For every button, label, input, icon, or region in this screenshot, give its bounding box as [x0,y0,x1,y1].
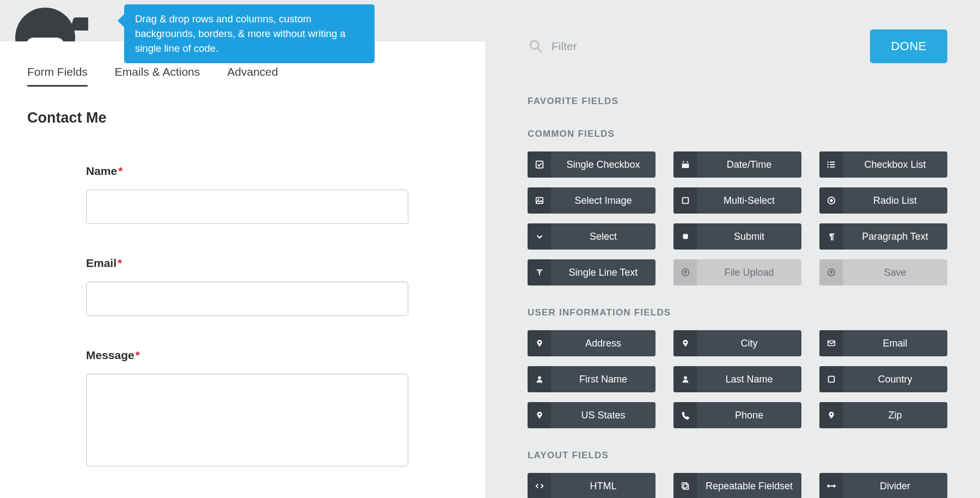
field-block-phone[interactable]: Phone [673,402,801,428]
filter-input[interactable] [552,40,715,53]
list-icon [819,151,843,178]
search-wrap [528,38,870,54]
field-block-multi-select[interactable]: Multi-Select [673,187,801,214]
square-icon [673,187,697,214]
field-block-file-upload: File Upload [673,259,801,286]
ninja-logo [15,8,88,41]
form-body: Name* Email* Message* [0,126,408,469]
field-block-label: Date/Time [697,159,801,171]
field-label-text: Name [86,165,117,177]
field-block-first-name[interactable]: First Name [528,366,656,392]
field-block-select-image[interactable]: Select Image [528,187,656,214]
email-input[interactable] [86,282,408,316]
field-block-html[interactable]: HTML [528,473,656,498]
field-sections: FAVORITE FIELDSCOMMON FIELDSSingle Check… [528,96,947,498]
checkbox-icon [528,151,551,178]
upload-icon [819,259,843,286]
field-block-repeatable-fieldset[interactable]: Repeatable Fieldset [673,473,801,498]
svg-point-0 [530,41,538,49]
name-input[interactable] [86,190,408,224]
field-label: Email* [86,257,408,270]
section-heading: FAVORITE FIELDS [528,96,947,107]
field-block-label: Repeatable Fieldset [697,481,801,492]
field-block-label: File Upload [697,267,801,278]
field-block-email[interactable]: Email [819,330,947,356]
done-button[interactable]: DONE [870,29,947,63]
field-block-label: Divider [843,481,947,492]
message-textarea[interactable] [86,374,408,466]
field-block-label: Save [843,267,947,278]
field-block-label: Zip [843,410,947,421]
envelope-icon [819,330,843,356]
field-block-label: Submit [697,231,801,242]
section-heading: COMMON FIELDS [528,129,947,139]
tab-emails-actions[interactable]: Emails & Actions [115,65,200,87]
field-block-city[interactable]: City [673,330,801,356]
field-block-label: Multi-Select [697,195,801,207]
fields-grid: AddressCityEmailFirst NameLast NameCount… [528,330,947,428]
phone-icon [673,402,697,428]
pin-icon [528,402,551,428]
field-block-label: Checkbox List [843,159,947,171]
field-block-label: Address [551,338,656,349]
field-block-single-line-text[interactable]: Single Line Text [528,259,656,286]
field-block-checkbox-list[interactable]: Checkbox List [819,151,947,178]
user-icon [673,366,697,392]
tab-form-fields[interactable]: Form Fields [27,65,88,87]
svg-line-1 [538,48,542,53]
field-label: Name* [86,165,408,178]
feature-tooltip: Drag & drop rows and columns, custom bac… [124,4,375,63]
field-block-us-states[interactable]: US States [528,402,656,428]
code-icon [528,473,551,498]
pin-icon [673,330,697,356]
field-block-select[interactable]: Select [528,223,656,250]
field-block-label: Single Checkbox [551,159,656,171]
field-block-label: Single Line Text [551,267,656,278]
required-mark: * [118,165,122,177]
field-block-paragraph-text[interactable]: Paragraph Text [819,223,947,250]
paragraph-icon [819,223,843,250]
field-block-label: Select Image [551,195,656,207]
section-heading: LAYOUT FIELDS [528,450,947,461]
form-field-email: Email* [86,257,408,316]
field-label-text: Message [86,349,134,361]
copy-icon [673,473,697,498]
required-mark: * [136,349,140,361]
field-palette-panel: DONE FAVORITE FIELDSCOMMON FIELDSSingle … [485,0,980,498]
form-area: Form Fields Emails & Actions Advanced Co… [0,41,485,498]
fields-grid: HTMLRepeatable FieldsetDivider [528,473,947,498]
upload-icon [673,259,697,286]
pin-icon [819,402,843,428]
field-block-label: Select [551,231,656,242]
field-block-zip[interactable]: Zip [819,402,947,428]
field-block-label: City [697,338,801,349]
tab-advanced[interactable]: Advanced [227,65,278,87]
user-icon [528,366,551,392]
form-field-message: Message* [86,349,408,469]
form-field-name: Name* [86,165,408,224]
field-block-label: US States [551,410,656,421]
square-icon [819,366,843,392]
field-block-label: Phone [697,410,801,421]
field-block-last-name[interactable]: Last Name [673,366,801,392]
field-block-label: Radio List [843,195,947,207]
form-title: Contact Me [0,87,485,126]
field-block-divider[interactable]: Divider [819,473,947,498]
square-fill-icon [673,223,697,250]
builder-panel: Drag & drop rows and columns, custom bac… [0,0,485,498]
field-block-submit[interactable]: Submit [673,223,801,250]
search-icon [528,38,544,54]
field-label: Message* [86,349,408,362]
field-block-radio-list[interactable]: Radio List [819,187,947,214]
divider-icon [819,473,843,498]
calendar-icon [673,151,697,178]
field-block-label: Email [843,338,947,349]
field-label-text: Email [86,257,117,269]
field-block-label: Paragraph Text [843,231,947,242]
field-block-country[interactable]: Country [819,366,947,392]
field-block-single-checkbox[interactable]: Single Checkbox [528,151,656,178]
field-block-address[interactable]: Address [528,330,656,356]
field-block-label: Country [843,374,947,385]
palette-header: DONE [528,0,947,74]
field-block-date-time[interactable]: Date/Time [673,151,801,178]
